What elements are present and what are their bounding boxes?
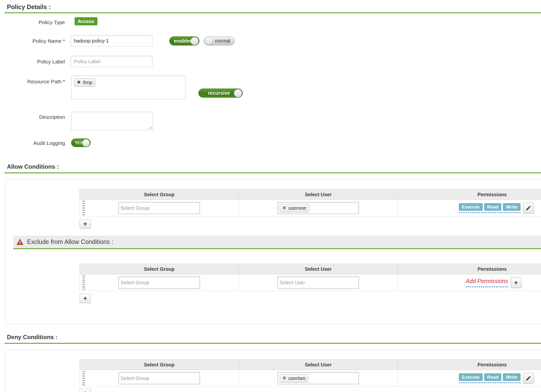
allow-conditions-title: Allow Conditions : xyxy=(7,163,59,170)
recursive-toggle-label: recursive xyxy=(199,90,230,96)
deny-conditions-divider xyxy=(4,343,541,344)
drag-handle[interactable] xyxy=(82,201,85,215)
remove-tag-icon[interactable]: ✖ xyxy=(77,80,80,85)
permission-badge: Read xyxy=(484,373,501,381)
table-row: Select Group Select User Add Permissions xyxy=(80,274,541,291)
select-user-header: Select User xyxy=(239,360,398,370)
policy-details-divider xyxy=(4,12,541,13)
select-user-cell: Select User xyxy=(239,274,398,291)
select-user-placeholder: Select User xyxy=(280,280,305,286)
select-group-header: Select Group xyxy=(80,264,239,274)
toggle-knob xyxy=(205,37,213,45)
resize-grip[interactable] xyxy=(148,126,152,129)
audit-logging-toggle[interactable]: YES xyxy=(71,138,91,147)
toggle-knob xyxy=(234,89,242,97)
permissions-cell: Execute Read Write xyxy=(398,370,541,387)
policy-label-placeholder: Policy Label xyxy=(74,59,100,64)
drag-handle[interactable] xyxy=(82,275,85,290)
policy-label-input[interactable]: Policy Label xyxy=(71,56,152,67)
add-allow-row-button[interactable]: + xyxy=(80,219,91,228)
exclude-allow-table: Select Group Select User Permissions Sel… xyxy=(80,264,541,291)
select-group-cell: Select Group xyxy=(80,370,239,387)
edit-permissions-button[interactable] xyxy=(523,203,534,213)
select-user-input[interactable]: ✖ usertwo xyxy=(278,372,359,384)
deny-conditions-panel: Select Group Select User Permissions Sel… xyxy=(5,350,541,392)
resource-path-tag-text: /tmp xyxy=(83,79,92,85)
remove-tag-icon[interactable]: ✖ xyxy=(283,376,286,381)
resource-path-tag[interactable]: ✖ /tmp xyxy=(74,78,95,87)
permissions-header: Permissions xyxy=(398,189,541,200)
pencil-icon xyxy=(525,375,531,381)
policy-details-title: Policy Details : xyxy=(7,3,51,11)
policy-status-toggle-label: enabled xyxy=(170,38,192,44)
policy-priority-toggle[interactable]: normal xyxy=(204,36,235,45)
plus-icon: + xyxy=(514,279,518,286)
table-row: Select Group ✖ usertwo xyxy=(80,370,541,387)
select-group-header: Select Group xyxy=(80,189,239,200)
select-user-input[interactable]: ✖ userone xyxy=(278,202,359,214)
add-exclude-allow-row-button[interactable]: + xyxy=(80,294,91,303)
table-header-row: Select Group Select User Permissions xyxy=(80,189,541,200)
user-tag-text: userone xyxy=(288,205,306,211)
select-group-cell: Select Group xyxy=(80,274,239,291)
plus-icon: + xyxy=(83,390,87,392)
select-group-header: Select Group xyxy=(80,360,239,370)
permission-badge: Read xyxy=(484,203,501,211)
policy-type-label: Policy Type xyxy=(7,19,65,25)
toggle-knob xyxy=(82,139,90,147)
toggle-knob xyxy=(191,37,199,45)
policy-status-toggle[interactable]: enabled xyxy=(169,36,199,45)
edit-permissions-button[interactable] xyxy=(523,373,534,384)
drag-handle[interactable] xyxy=(82,371,85,386)
select-group-input[interactable]: Select Group xyxy=(119,202,200,214)
exclude-allow-title: Exclude from Allow Conditions : xyxy=(27,238,113,245)
permission-badge: Execute xyxy=(459,373,483,381)
policy-name-input[interactable]: hadoop-policy-1 xyxy=(71,35,152,46)
table-header-row: Select Group Select User Permissions xyxy=(80,360,541,370)
select-user-header: Select User xyxy=(239,264,398,274)
select-group-cell: Select Group xyxy=(80,200,239,216)
select-user-header: Select User xyxy=(239,189,398,200)
select-user-cell: ✖ userone xyxy=(239,200,398,216)
permissions-header: Permissions xyxy=(398,360,541,370)
permission-badge: Execute xyxy=(459,203,483,211)
resource-path-input[interactable]: ✖ /tmp xyxy=(71,75,186,99)
exclude-allow-divider xyxy=(13,248,541,249)
permission-badge: Write xyxy=(503,373,520,381)
audit-logging-toggle-label: YES xyxy=(71,140,83,145)
table-row: Select Group ✖ userone xyxy=(80,200,541,216)
policy-priority-toggle-label: normal xyxy=(215,38,235,44)
description-label: Description xyxy=(7,114,65,120)
add-permissions-button[interactable]: + xyxy=(511,277,522,288)
plus-icon: + xyxy=(83,221,87,227)
select-group-placeholder: Select Group xyxy=(121,280,149,286)
allow-conditions-panel: Select Group Select User Permissions Sel… xyxy=(5,179,541,324)
select-group-input[interactable]: Select Group xyxy=(119,277,200,288)
user-tag-text: usertwo xyxy=(288,375,305,381)
select-group-input[interactable]: Select Group xyxy=(119,372,200,384)
add-permissions-link[interactable]: Add Permissions xyxy=(466,278,508,287)
select-user-input[interactable]: Select User xyxy=(278,277,359,288)
add-deny-row-button[interactable]: + xyxy=(80,388,91,392)
allow-conditions-table: Select Group Select User Permissions Sel… xyxy=(80,189,541,216)
policy-edit-page: Policy Details : Policy Type Access Poli… xyxy=(0,0,541,392)
user-tag[interactable]: ✖ userone xyxy=(280,204,309,212)
permissions-cell: Execute Read Write xyxy=(398,200,541,216)
description-textarea[interactable] xyxy=(71,112,153,130)
resource-path-label: Resource Path * xyxy=(7,79,65,85)
warning-icon xyxy=(16,239,24,245)
permissions-header: Permissions xyxy=(398,264,541,274)
select-user-cell: ✖ usertwo xyxy=(239,370,398,387)
remove-tag-icon[interactable]: ✖ xyxy=(283,206,286,211)
policy-label-label: Policy Label xyxy=(7,59,65,65)
pencil-icon xyxy=(525,205,531,211)
table-header-row: Select Group Select User Permissions xyxy=(80,264,541,274)
deny-conditions-table: Select Group Select User Permissions Sel… xyxy=(80,359,541,387)
plus-icon: + xyxy=(83,295,87,302)
permission-badges: Execute Read Write xyxy=(459,373,521,383)
recursive-toggle[interactable]: recursive xyxy=(198,89,243,98)
exclude-allow-header: Exclude from Allow Conditions : xyxy=(13,236,541,248)
allow-conditions-divider xyxy=(4,172,541,173)
policy-name-value: hadoop-policy-1 xyxy=(74,38,109,44)
user-tag[interactable]: ✖ usertwo xyxy=(280,374,308,382)
